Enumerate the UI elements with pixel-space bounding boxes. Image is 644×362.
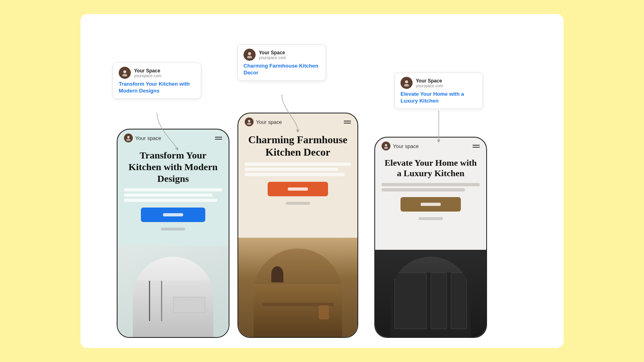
phone-farmhouse-sub-text <box>286 202 310 205</box>
phone-farmhouse-cta-inner <box>288 187 308 191</box>
phone-luxury-headline: Elevate Your Home with a Luxury Kitchen <box>382 158 480 179</box>
svg-point-3 <box>247 56 252 58</box>
tooltip-right-title: Elevate Your Home with a Luxury Kitchen <box>400 91 477 105</box>
tooltip-left-brand-url: yourspace.com <box>134 74 161 78</box>
phone-modern-image <box>118 246 229 337</box>
svg-point-9 <box>247 123 251 125</box>
phone-modern-sub-text <box>161 228 185 230</box>
phone-modern-menu-icon[interactable] <box>215 137 222 140</box>
phone-luxury-menu-icon[interactable] <box>473 145 480 148</box>
tooltip-center-brand-url: yourspace.com <box>259 56 286 60</box>
svg-point-2 <box>248 52 251 55</box>
tooltip-left-avatar <box>119 67 131 79</box>
phone-modern: Your space Transform Your Kitchen with M… <box>117 129 229 338</box>
svg-point-6 <box>127 136 130 138</box>
phone-luxury-brand-icon <box>382 142 390 150</box>
tooltip-center-header: Your Space yourspace.com <box>244 49 320 61</box>
svg-point-5 <box>404 84 409 86</box>
phone-farmhouse-content: Charming Farmhouse Kitchen Decor <box>238 129 357 238</box>
text-line-l2 <box>382 188 465 191</box>
phone-farmhouse-text-lines <box>245 162 351 176</box>
phone-luxury-cta-inner <box>421 203 441 206</box>
phone-modern-content: Transform Your Kitchen with Modern Desig… <box>118 145 229 246</box>
tooltip-left-header: Your Space yourspace.com <box>119 67 195 79</box>
phone-farmhouse-status-bar: Your space <box>238 113 357 129</box>
main-canvas: Your Space yourspace.com Transform Your … <box>80 14 564 348</box>
tooltip-center: Your Space yourspace.com Charming Farmho… <box>237 44 326 81</box>
phone-farmhouse-brand-icon <box>245 117 254 126</box>
phone-farmhouse-brand: Your space <box>245 117 282 126</box>
phone-modern-cta-inner <box>163 213 183 216</box>
phone-luxury-status-bar: Your space <box>375 138 486 153</box>
tooltip-right: Your Space yourspace.com Elevate Your Ho… <box>394 72 483 109</box>
phone-modern-status-bar: Your space <box>118 130 229 145</box>
phone-modern-brand: Your space <box>124 134 161 142</box>
svg-point-4 <box>405 80 408 83</box>
text-line-2 <box>124 193 213 197</box>
svg-point-10 <box>385 144 387 146</box>
phone-farmhouse-menu-icon[interactable] <box>344 121 351 123</box>
phone-luxury-brand: Your space <box>382 142 419 150</box>
phone-luxury-text-lines <box>382 183 480 191</box>
scene-container: Your Space yourspace.com Transform Your … <box>101 24 543 338</box>
phone-farmhouse-headline: Charming Farmhouse Kitchen Decor <box>245 134 351 158</box>
phone-luxury: Your space Elevate Your Home with a Luxu… <box>374 137 487 338</box>
tooltip-center-brand: Your Space yourspace.com <box>259 50 286 60</box>
text-line-f3 <box>245 173 345 176</box>
text-line-3 <box>124 199 217 202</box>
kitchen-farmhouse-image <box>238 238 357 337</box>
tooltip-center-brand-name: Your Space <box>259 50 286 56</box>
phone-modern-cta[interactable] <box>141 208 205 222</box>
phone-farmhouse: Your space Charming Farmhouse Kitchen De… <box>237 113 358 338</box>
phone-farmhouse-cta[interactable] <box>268 182 328 196</box>
phone-luxury-image <box>375 250 486 337</box>
phone-farmhouse-image <box>238 238 357 337</box>
phone-farmhouse-brand-name: Your space <box>256 119 282 125</box>
tooltip-right-avatar <box>400 77 413 89</box>
svg-point-8 <box>248 120 250 122</box>
phone-luxury-content: Elevate Your Home with a Luxury Kitchen <box>375 153 486 250</box>
text-line-l1 <box>382 183 480 186</box>
tooltip-left-brand: Your Space yourspace.com <box>134 68 161 78</box>
phone-modern-brand-name: Your space <box>135 135 161 141</box>
phone-modern-headline: Transform Your Kitchen with Modern Desig… <box>124 150 222 184</box>
svg-point-7 <box>126 139 130 141</box>
text-line-1 <box>124 188 222 191</box>
text-line-f2 <box>245 168 338 171</box>
kitchen-luxury-image <box>375 250 486 337</box>
phone-luxury-sub-text <box>419 217 443 220</box>
tooltip-center-title: Charming Farmhouse Kitchen Decor <box>244 63 320 76</box>
tooltip-center-avatar <box>244 49 256 61</box>
phone-modern-text-lines <box>124 188 222 202</box>
phone-luxury-cta[interactable] <box>400 197 461 212</box>
tooltip-right-brand: Your Space yourspace.com <box>416 78 443 88</box>
tooltip-left-brand-name: Your Space <box>134 68 161 74</box>
tooltip-left: Your Space yourspace.com Transform Your … <box>113 62 201 99</box>
phone-luxury-brand-name: Your space <box>393 143 419 149</box>
svg-point-1 <box>122 74 128 76</box>
tooltip-right-header: Your Space yourspace.com <box>400 77 477 89</box>
tooltip-right-brand-name: Your Space <box>416 78 443 84</box>
svg-point-11 <box>384 147 388 149</box>
text-line-f1 <box>245 162 351 166</box>
kitchen-modern-image <box>118 246 229 337</box>
tooltip-left-title: Transform Your Kitchen with Modern Desig… <box>119 81 195 95</box>
phone-modern-brand-icon <box>124 134 133 142</box>
svg-point-0 <box>123 70 126 73</box>
tooltip-right-brand-url: yourspace.com <box>416 84 443 88</box>
